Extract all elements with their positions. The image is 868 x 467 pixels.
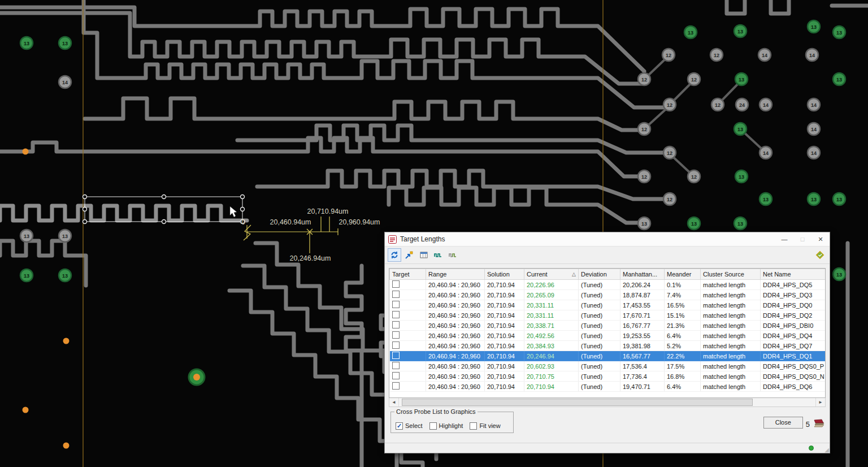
cell-net[interactable]: DDR4_HPS_DBI0 bbox=[761, 321, 826, 331]
cell-cluster[interactable]: matched length bbox=[701, 371, 761, 382]
cell-cluster[interactable]: matched length bbox=[701, 331, 761, 341]
cell-net[interactable]: DDR4_HPS_DQS0_N bbox=[761, 371, 826, 382]
via-gray[interactable]: 12 bbox=[662, 49, 675, 61]
cell-net[interactable]: DDR4_HPS_DQ1 bbox=[761, 351, 826, 361]
via-gray[interactable]: 12 bbox=[711, 98, 724, 111]
cell-manhattan[interactable]: 17,536.4 bbox=[620, 361, 665, 371]
via-green[interactable]: 13 bbox=[760, 193, 772, 205]
via-green[interactable]: 13 bbox=[735, 170, 748, 183]
cell-meander[interactable]: 17.5% bbox=[665, 361, 701, 371]
selection-handle[interactable] bbox=[83, 195, 87, 199]
column-header-range[interactable]: Range bbox=[426, 269, 485, 280]
target-cell[interactable] bbox=[390, 361, 426, 371]
cell-current[interactable]: 20,492.56 bbox=[524, 331, 579, 341]
net-row[interactable]: 20,460.94 : 20,96020,710.9420,384.93(Tun… bbox=[390, 341, 826, 351]
via-green[interactable]: 13 bbox=[684, 26, 697, 38]
selection-handle[interactable] bbox=[83, 220, 87, 224]
target-cell[interactable] bbox=[390, 371, 426, 382]
via-green[interactable]: 13 bbox=[735, 73, 748, 85]
column-header-current[interactable]: Current△ bbox=[524, 269, 579, 280]
via-gray[interactable]: 14 bbox=[760, 146, 772, 159]
cell-solution[interactable]: 20,710.94 bbox=[485, 361, 524, 371]
via-green-orange[interactable] bbox=[189, 369, 205, 385]
cell-deviation[interactable]: (Tuned) bbox=[579, 361, 620, 371]
via-gray[interactable]: 14 bbox=[758, 49, 771, 61]
pcb-trace[interactable] bbox=[0, 206, 247, 220]
cell-meander[interactable]: 15.1% bbox=[665, 310, 701, 321]
net-row[interactable]: 20,460.94 : 20,96020,710.9420,492.56(Tun… bbox=[390, 331, 826, 341]
net-row[interactable]: 20,460.94 : 20,96020,710.9420,710.94(Tun… bbox=[390, 382, 826, 392]
via-gray[interactable]: 24 bbox=[736, 98, 748, 111]
cell-range[interactable]: 20,460.94 : 20,960 bbox=[426, 321, 485, 331]
selection-handle[interactable] bbox=[162, 195, 166, 199]
target-checkbox[interactable] bbox=[392, 352, 400, 359]
cell-solution[interactable]: 20,710.94 bbox=[485, 371, 524, 382]
target-checkbox[interactable] bbox=[392, 301, 400, 308]
stackup-icon[interactable] bbox=[813, 417, 825, 428]
cell-deviation[interactable]: (Tuned) bbox=[579, 382, 620, 392]
cell-current[interactable]: 20,384.93 bbox=[524, 341, 579, 351]
via-green[interactable]: 13 bbox=[833, 193, 845, 205]
cell-manhattan[interactable]: 16,567.77 bbox=[620, 351, 665, 361]
target-cell[interactable] bbox=[390, 351, 426, 361]
cell-range[interactable]: 20,460.94 : 20,960 bbox=[426, 341, 485, 351]
cell-deviation[interactable]: (Tuned) bbox=[579, 310, 620, 321]
cell-current[interactable]: 20,226.96 bbox=[524, 280, 579, 290]
dialog-titlebar[interactable]: Target Lengths — □ ✕ bbox=[385, 232, 830, 247]
orange-pad[interactable] bbox=[63, 338, 70, 344]
pcb-trace[interactable] bbox=[0, 241, 86, 286]
via-gray[interactable]: 14 bbox=[808, 98, 820, 111]
via-gray[interactable]: 13 bbox=[20, 230, 33, 242]
via-gray[interactable]: 14 bbox=[808, 123, 820, 135]
cell-net[interactable]: DDR4_HPS_DQ2 bbox=[761, 310, 826, 321]
cell-manhattan[interactable]: 19,381.98 bbox=[620, 341, 665, 351]
checkbox-box[interactable] bbox=[429, 422, 437, 430]
pcb-trace[interactable] bbox=[84, 0, 666, 107]
column-header-target[interactable]: Target bbox=[390, 269, 426, 280]
cell-range[interactable]: 20,460.94 : 20,960 bbox=[426, 290, 485, 300]
net-row[interactable]: 20,460.94 : 20,96020,710.9420,602.93(Tun… bbox=[390, 361, 826, 371]
cell-range[interactable]: 20,460.94 : 20,960 bbox=[426, 382, 485, 392]
selection-rect[interactable] bbox=[85, 197, 242, 222]
cell-current[interactable]: 20,246.94 bbox=[524, 351, 579, 361]
via-gray[interactable]: 13 bbox=[638, 217, 650, 230]
via-gray[interactable]: 14 bbox=[806, 49, 818, 61]
cell-solution[interactable]: 20,710.94 bbox=[485, 331, 524, 341]
via-green[interactable]: 13 bbox=[734, 123, 747, 135]
scroll-left-icon[interactable]: ◄ bbox=[389, 398, 399, 407]
orange-pad[interactable] bbox=[23, 407, 29, 413]
via-gray[interactable]: 12 bbox=[638, 123, 650, 135]
orange-pad[interactable] bbox=[63, 443, 70, 449]
scroll-right-icon[interactable]: ► bbox=[815, 398, 825, 407]
via-gray[interactable]: 12 bbox=[710, 49, 723, 61]
via-gray[interactable]: 12 bbox=[638, 170, 650, 183]
via-green[interactable]: 13 bbox=[833, 268, 845, 280]
net-row[interactable]: 20,460.94 : 20,96020,710.9420,710.75(Tun… bbox=[390, 371, 826, 382]
resize-grip-icon[interactable]: ◢ bbox=[824, 447, 829, 453]
meander-alt-button[interactable] bbox=[446, 248, 460, 262]
cell-deviation[interactable]: (Tuned) bbox=[579, 290, 620, 300]
cell-manhattan[interactable]: 17,736.4 bbox=[620, 371, 665, 382]
close-button[interactable]: Close bbox=[763, 417, 803, 429]
cell-current[interactable]: 20,331.11 bbox=[524, 310, 579, 321]
close-window-button[interactable]: ✕ bbox=[811, 232, 830, 246]
pcb-trace[interactable] bbox=[85, 98, 640, 130]
cell-solution[interactable]: 20,710.94 bbox=[485, 310, 524, 321]
actuals-button[interactable] bbox=[813, 248, 827, 262]
cell-cluster[interactable]: matched length bbox=[701, 310, 761, 321]
cell-cluster[interactable]: matched length bbox=[701, 361, 761, 371]
cell-manhattan[interactable]: 17,453.55 bbox=[620, 300, 665, 310]
cell-solution[interactable]: 20,710.94 bbox=[485, 300, 524, 310]
cell-deviation[interactable]: (Tuned) bbox=[579, 331, 620, 341]
cell-net[interactable]: DDR4_HPS_DQ3 bbox=[761, 290, 826, 300]
via-gray[interactable]: 14 bbox=[760, 98, 772, 111]
column-header-net-name[interactable]: Net Name bbox=[761, 269, 826, 280]
cell-cluster[interactable]: matched length bbox=[701, 341, 761, 351]
meander-button[interactable] bbox=[432, 248, 445, 262]
refresh-button[interactable] bbox=[388, 248, 401, 262]
target-cell[interactable] bbox=[390, 341, 426, 351]
cell-meander[interactable]: 22.2% bbox=[665, 351, 701, 361]
target-checkbox[interactable] bbox=[392, 331, 400, 339]
target-checkbox[interactable] bbox=[392, 341, 400, 349]
target-cell[interactable] bbox=[390, 300, 426, 310]
